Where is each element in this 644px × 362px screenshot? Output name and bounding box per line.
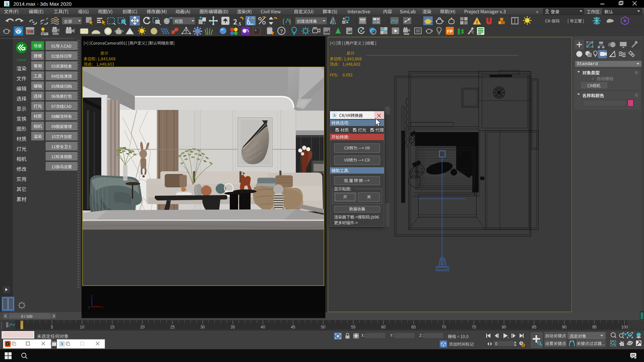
svg-text:85: 85 — [532, 325, 537, 329]
svg-text:25: 25 — [170, 325, 175, 329]
svg-text:15: 15 — [110, 325, 115, 329]
svg-text:95: 95 — [592, 325, 597, 329]
svg-text:80: 80 — [502, 325, 506, 329]
svg-text:75: 75 — [472, 325, 476, 329]
svg-text:!: ! — [476, 19, 478, 25]
svg-text:90: 90 — [562, 325, 567, 329]
svg-text:x: x — [101, 305, 103, 309]
svg-text:?: ? — [280, 28, 283, 34]
svg-text:3: 3 — [333, 113, 335, 117]
svg-text:35: 35 — [230, 325, 235, 329]
svg-text:45: 45 — [291, 325, 296, 329]
svg-text:40: 40 — [261, 325, 265, 329]
svg-text:Z: Z — [91, 294, 93, 298]
svg-text:y: y — [89, 305, 90, 309]
svg-text:55: 55 — [351, 325, 356, 329]
svg-text:30: 30 — [200, 325, 205, 329]
svg-text:3: 3 — [6, 1, 8, 6]
svg-text:100: 100 — [621, 325, 628, 329]
svg-text:0: 0 — [21, 325, 23, 329]
svg-text:3: 3 — [61, 341, 63, 346]
svg-text:50: 50 — [321, 325, 326, 329]
svg-text:60: 60 — [381, 325, 386, 329]
svg-text:65: 65 — [411, 325, 416, 329]
svg-text:5: 5 — [51, 325, 53, 329]
svg-text:FP: FP — [447, 29, 453, 34]
svg-text:70: 70 — [441, 325, 446, 329]
svg-text:20: 20 — [140, 325, 145, 329]
svg-text:10: 10 — [80, 325, 85, 329]
